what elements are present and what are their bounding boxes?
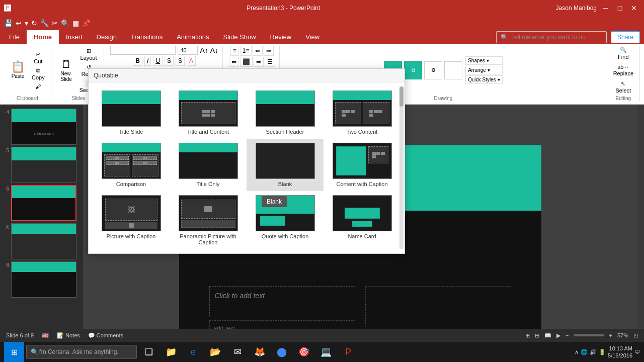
comments-button[interactable]: 💬 Comments	[88, 332, 123, 339]
network-icon[interactable]: 🌐	[581, 349, 588, 355]
tab-transitions[interactable]: Transitions	[124, 30, 170, 44]
decrease-indent-button[interactable]: ⇐	[253, 46, 263, 56]
quick-styles-button[interactable]	[444, 61, 462, 79]
shapes-more-button[interactable]: Shapes ▾	[465, 56, 502, 65]
font-size-input[interactable]: 40	[178, 46, 198, 55]
select-button[interactable]: ↖ Select	[614, 79, 633, 95]
zoom-level[interactable]: 57%	[617, 332, 628, 338]
format-painter-button[interactable]: 🖌	[30, 82, 47, 90]
taskbar-clock[interactable]: 10:13 AM 5/16/2016	[608, 345, 632, 359]
layout-panoramic-caption[interactable]: Panoramic Picture with Caption	[170, 191, 247, 249]
edge-icon[interactable]: e	[183, 342, 203, 362]
bold-button[interactable]: B	[133, 56, 142, 66]
powerpoint-taskbar-icon[interactable]: P	[338, 342, 358, 362]
tab-design[interactable]: Design	[90, 30, 124, 44]
fit-window-icon[interactable]: ⊡	[633, 332, 638, 339]
start-button[interactable]: ⊞	[4, 342, 24, 362]
layout-title-slide[interactable]: Title Slide	[93, 86, 170, 139]
align-center-button[interactable]: ⬛	[240, 57, 253, 67]
tab-home[interactable]: Home	[27, 30, 59, 44]
tab-slideshow[interactable]: Slide Show	[216, 30, 263, 44]
cut-button[interactable]: ✂Cut	[30, 50, 47, 65]
qat-dropdown-icon[interactable]: 📌	[82, 19, 91, 27]
align-left-button[interactable]: ⬅	[229, 57, 239, 67]
find-button[interactable]: 🔍 Find	[616, 46, 630, 61]
slide-thumb-5[interactable]: 5	[2, 147, 81, 183]
slide-thumb-4[interactable]: 4 slide content	[2, 109, 81, 145]
zoom-out-icon[interactable]: −	[566, 332, 569, 338]
quick-styles-label-button[interactable]: Quick Styles ▾	[465, 75, 502, 84]
paste-button[interactable]: 📋 Paste	[8, 59, 28, 81]
slide-click-to-add[interactable]: Click to add text	[209, 286, 355, 316]
shadow-button[interactable]: S	[176, 56, 185, 66]
slide-thumb-6[interactable]: 6	[2, 185, 81, 221]
normal-view-button[interactable]: ⊞	[525, 332, 530, 339]
notes-button[interactable]: 📝 Notes	[57, 332, 80, 339]
cortana-search[interactable]: 🔍 I'm Cortana. Ask me anything.	[26, 345, 137, 359]
slideshow-button[interactable]: ▶	[556, 332, 560, 339]
chrome-icon[interactable]: ⬤	[272, 342, 292, 362]
layout-quote-caption[interactable]: Quote with Caption	[247, 191, 324, 249]
mail-icon[interactable]: ✉	[227, 342, 248, 362]
slide-sorter-button[interactable]: ⊟	[535, 332, 539, 339]
layout-button[interactable]: ⊞ Layout	[77, 47, 100, 62]
layout-title-only[interactable]: Title Only	[170, 139, 247, 191]
layout-title-content[interactable]: Title and Content	[170, 86, 247, 139]
tab-file[interactable]: File	[2, 30, 27, 44]
zoom-icon[interactable]: 🔍	[61, 19, 69, 27]
layout-picture-caption[interactable]: 🖼 Picture with Caption	[93, 191, 170, 249]
tray-up-arrow[interactable]: ∧	[575, 349, 579, 355]
copy-button[interactable]: ⧉Copy	[30, 66, 47, 81]
file-explorer-icon[interactable]: 📁	[161, 342, 181, 362]
shape-teal2-button[interactable]: ⧉	[404, 61, 422, 79]
task-view-button[interactable]: ❑	[139, 342, 159, 362]
undo-dropdown-icon[interactable]: ▾	[25, 19, 28, 27]
new-slide-button[interactable]: 🗒 NewSlide	[57, 57, 75, 84]
slide-thumb-8[interactable]: 8	[2, 261, 81, 298]
grid-icon[interactable]: ▦	[72, 19, 79, 27]
layout-scrollbar[interactable]	[399, 86, 404, 249]
share-button[interactable]: Share	[611, 31, 640, 43]
tab-view[interactable]: View	[298, 30, 327, 44]
font-name-input[interactable]	[110, 46, 176, 55]
bullets-button[interactable]: ≡	[230, 46, 239, 56]
battery-icon[interactable]: 🔋	[599, 349, 606, 355]
undo-icon[interactable]: ↩	[16, 19, 22, 27]
app6-icon[interactable]: 🎯	[294, 342, 314, 362]
layout-blank[interactable]: Blank	[247, 139, 324, 191]
replace-button[interactable]: ab↔ Replace	[611, 63, 635, 77]
volume-icon[interactable]: 🔊	[590, 349, 597, 355]
tab-animations[interactable]: Animations	[170, 30, 216, 44]
layout-scrollbar-thumb[interactable]	[399, 86, 404, 107]
font-color-button[interactable]: A	[187, 56, 196, 66]
maximize-button[interactable]: □	[614, 3, 626, 13]
action-center-icon[interactable]: 🗨	[634, 349, 640, 355]
app7-icon[interactable]: 💻	[316, 342, 336, 362]
decrease-font-icon[interactable]: A↓	[210, 46, 218, 54]
layout-two-content[interactable]: Two Content	[324, 86, 400, 139]
cut-icon[interactable]: ✂	[52, 19, 58, 27]
redo-icon[interactable]: ↻	[31, 19, 37, 27]
tell-me-search-box[interactable]: 🔍 Tell me what you want to do	[496, 31, 607, 43]
slide-right-content[interactable]	[365, 286, 511, 326]
arrange-button[interactable]: ⚙	[424, 61, 442, 79]
tab-review[interactable]: Review	[263, 30, 299, 44]
italic-button[interactable]: I	[144, 56, 151, 66]
save-icon[interactable]: 💾	[4, 19, 13, 27]
layout-section-header[interactable]: Section Header	[247, 86, 324, 139]
zoom-in-icon[interactable]: +	[609, 332, 612, 338]
close-button[interactable]: ✕	[628, 3, 640, 13]
increase-font-icon[interactable]: A↑	[200, 46, 208, 54]
align-right-button[interactable]: ➡	[254, 57, 264, 67]
slide-thumb-x[interactable]: X	[2, 223, 81, 259]
slide-vertical-scrollbar[interactable]	[637, 105, 644, 362]
layout-name-card[interactable]: Name Card	[324, 191, 400, 249]
justify-button[interactable]: ☰	[265, 57, 275, 67]
increase-indent-button[interactable]: ⇒	[264, 46, 274, 56]
strikethrough-button[interactable]: S	[165, 56, 174, 66]
accessibility-icon[interactable]: 🔧	[40, 19, 49, 27]
reading-view-button[interactable]: 📖	[544, 332, 551, 339]
numbering-button[interactable]: 1≡	[240, 46, 252, 56]
underline-button[interactable]: U	[153, 56, 163, 66]
firefox-icon[interactable]: 🦊	[250, 342, 270, 362]
